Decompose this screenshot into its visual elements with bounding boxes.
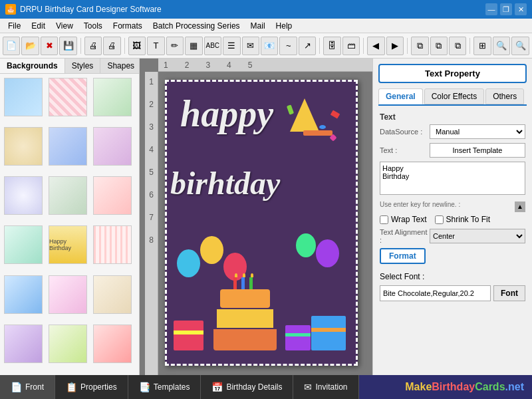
bottom-tab-templates[interactable]: 📑 Templates (128, 375, 201, 399)
menu-tools[interactable]: Tools (78, 20, 108, 32)
menu-formats[interactable]: Formats (108, 20, 148, 32)
bg-thumb-11[interactable]: Happy Birthday (49, 225, 87, 264)
tab-color-effects[interactable]: Color Effects (424, 88, 484, 104)
gift-1 (174, 321, 203, 350)
tb-curve[interactable]: ~ (279, 37, 297, 55)
bg-thumb-7[interactable] (4, 176, 43, 215)
tb-back[interactable]: ◀ (367, 37, 384, 55)
birthday-text: birhtday (170, 165, 280, 201)
bottom-bar: 📄 Front 📋 Properties 📑 Templates 📅 Birth… (0, 375, 532, 399)
tb-db2[interactable]: 🗃 (342, 37, 360, 55)
app-icon: 🎂 (5, 4, 16, 15)
tb-barcode[interactable]: ▦ (185, 37, 202, 55)
tb-fwd[interactable]: ▶ (386, 37, 404, 55)
balloon-2 (200, 236, 223, 264)
restore-button[interactable]: ❐ (500, 3, 512, 15)
tab-styles[interactable]: Styles (65, 59, 101, 73)
close-button[interactable]: ✕ (515, 3, 527, 15)
bottom-tab-invitation[interactable]: ✉ Invitation (293, 375, 358, 399)
tb-draw[interactable]: ✏ (166, 37, 184, 55)
tb-zoom[interactable]: 🔍 (493, 37, 510, 55)
menu-help[interactable]: Help (271, 20, 298, 32)
bg-thumb-2[interactable] (49, 78, 87, 116)
bg-thumb-14[interactable] (49, 275, 87, 314)
properties-tab-icon: 📋 (66, 382, 77, 392)
bg-thumb-1[interactable] (4, 78, 43, 116)
tb-image[interactable]: 🖼 (128, 37, 146, 55)
font-button[interactable]: Font (493, 285, 525, 301)
datasource-control: Manual (430, 124, 525, 139)
cake-top-layer (220, 289, 270, 308)
tb-save[interactable]: 💾 (59, 37, 76, 55)
datasource-label: DataSource : (380, 128, 430, 136)
text-content-input[interactable]: Happy Birthday (380, 162, 525, 195)
tb-arrow[interactable]: ↗ (299, 37, 316, 55)
align-select[interactable]: Center Left Right (430, 229, 525, 243)
tb-text[interactable]: T (147, 37, 164, 55)
tb-sep-3 (319, 38, 320, 54)
text-section-title: Text (380, 112, 525, 122)
card-canvas[interactable]: happy birhtday (165, 80, 358, 366)
menu-mail[interactable]: Mail (245, 20, 271, 32)
text-property-header: Text Property (378, 64, 527, 83)
insert-template-button[interactable]: Insert Template (430, 143, 525, 158)
wrap-text-label: Wrap Text (391, 215, 427, 224)
minimize-button[interactable]: — (485, 3, 497, 15)
bg-thumb-12[interactable] (93, 225, 132, 264)
menu-file[interactable]: File (3, 20, 26, 32)
hint-info-icon[interactable]: ▲ (515, 201, 525, 212)
bg-thumb-16[interactable] (4, 325, 43, 363)
bottom-tab-birthday-details[interactable]: 📅 Birthday Details (201, 375, 293, 399)
bg-thumb-15[interactable] (93, 275, 132, 314)
alignment-row: Text Alignment : Center Left Right (380, 228, 525, 244)
tb-align[interactable]: ☰ (223, 37, 240, 55)
bg-thumb-5[interactable] (49, 127, 87, 166)
tb-copy2[interactable]: ⧉ (430, 37, 448, 55)
tab-general[interactable]: General (378, 88, 423, 104)
tb-grid[interactable]: ⊞ (473, 37, 491, 55)
menu-view[interactable]: View (51, 20, 78, 32)
font-value-input[interactable] (380, 285, 491, 301)
tb-abc[interactable]: ABC (204, 37, 221, 55)
tb-new[interactable]: 📄 (3, 37, 20, 55)
menu-edit[interactable]: Edit (26, 20, 51, 32)
bg-thumb-4[interactable] (4, 127, 43, 166)
tb-close[interactable]: ✖ (41, 37, 58, 55)
tab-shapes[interactable]: Shapes (100, 59, 142, 73)
tb-db1[interactable]: 🗄 (323, 37, 340, 55)
wrap-text-checkbox[interactable] (380, 215, 388, 224)
bg-thumb-9[interactable] (93, 176, 132, 215)
bottom-tab-front[interactable]: 📄 Front (0, 375, 55, 399)
templates-tab-icon: 📑 (139, 382, 150, 392)
tab-backgrounds[interactable]: Backgrounds (0, 59, 65, 73)
gift-1-ribbon (174, 331, 203, 334)
title-bar-left: 🎂 DRPU Birthday Card Designer Software (5, 4, 162, 15)
shrink-fit-item: Shrink To Fit (435, 215, 490, 224)
title-bar-controls: — ❐ ✕ (485, 3, 527, 15)
tb-print2[interactable]: 🖨 (103, 37, 120, 55)
bg-thumb-17[interactable] (49, 325, 87, 363)
datasource-select[interactable]: Manual (430, 124, 525, 139)
tb-print[interactable]: 🖨 (84, 37, 102, 55)
bg-thumb-3[interactable] (93, 78, 132, 116)
tab-others[interactable]: Others (485, 88, 524, 104)
panel-tabs: Backgrounds Styles Shapes (0, 59, 139, 74)
bg-thumb-10[interactable] (4, 225, 43, 264)
property-content: Text DataSource : Manual Text : Insert T… (373, 108, 532, 375)
brand-make: Make (405, 381, 432, 393)
bg-thumb-18[interactable] (93, 325, 132, 363)
tb-copy3[interactable]: ⧉ (449, 37, 466, 55)
tb-zoom2[interactable]: 🔍 (511, 37, 529, 55)
tb-copy1[interactable]: ⧉ (411, 37, 428, 55)
bg-thumb-13[interactable] (4, 275, 43, 314)
tb-email[interactable]: 📧 (261, 37, 278, 55)
format-wrapper: Format (380, 248, 525, 268)
bg-thumb-6[interactable] (93, 127, 132, 166)
format-button[interactable]: Format (380, 248, 426, 264)
tb-open[interactable]: 📂 (21, 37, 39, 55)
bg-thumb-8[interactable] (49, 176, 87, 215)
bottom-tab-properties[interactable]: 📋 Properties (55, 375, 128, 399)
shrink-fit-checkbox[interactable] (435, 215, 444, 224)
tb-envelope[interactable]: ✉ (242, 37, 259, 55)
menu-batch[interactable]: Batch Processing Series (148, 20, 245, 32)
